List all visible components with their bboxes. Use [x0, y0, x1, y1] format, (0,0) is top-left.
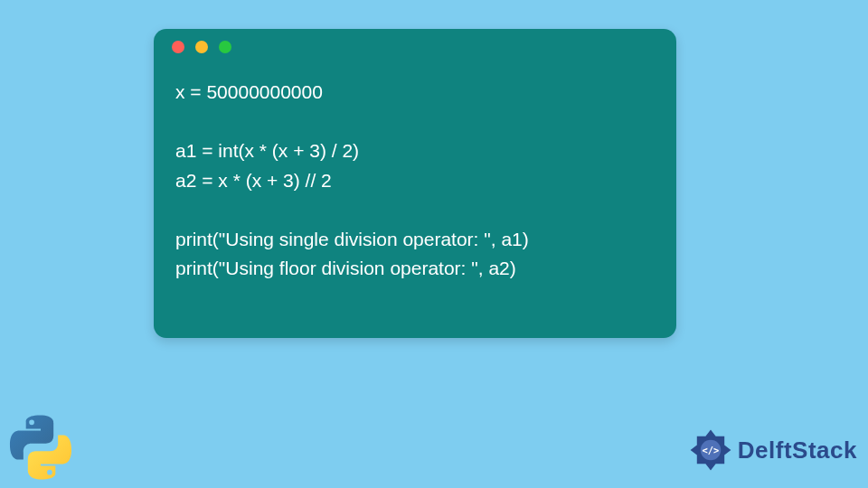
close-icon	[172, 41, 184, 53]
site-branding: </> DelftStack	[689, 428, 857, 472]
code-window: x = 50000000000 a1 = int(x * (x + 3) / 2…	[154, 29, 676, 338]
code-line: print("Using single division operator: "…	[175, 229, 529, 249]
site-name: DelftStack	[738, 436, 857, 465]
code-block: x = 50000000000 a1 = int(x * (x + 3) / 2…	[154, 65, 676, 305]
svg-text:</>: </>	[702, 445, 719, 455]
window-titlebar	[154, 29, 676, 65]
maximize-icon	[219, 41, 231, 53]
python-logo-icon	[5, 412, 76, 483]
code-line: a1 = int(x * (x + 3) / 2)	[175, 140, 359, 161]
delftstack-logo-icon: </>	[689, 428, 732, 472]
code-line: x = 50000000000	[175, 81, 323, 102]
code-line: a2 = x * (x + 3) // 2	[175, 170, 332, 191]
code-line: print("Using floor division operator: ",…	[175, 258, 516, 278]
minimize-icon	[195, 41, 208, 53]
